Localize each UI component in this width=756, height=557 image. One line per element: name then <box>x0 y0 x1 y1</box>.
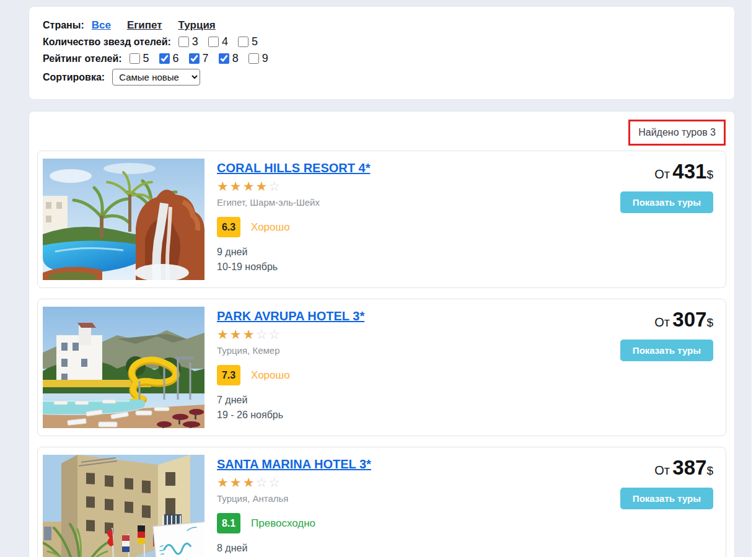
stars-label: Количество звезд отелей: <box>43 37 171 48</box>
hotel-photo-facade[interactable]: SANTAmarina <box>43 455 204 557</box>
sort-row: Сортировка: Самые новые <box>43 69 721 86</box>
price-amount: 387 <box>672 456 706 479</box>
rating-word: Превосходно <box>251 517 315 530</box>
hotel-card: PARK AVRUPA HOTEL 3* ★★★☆☆ Турция, Кемер… <box>37 299 726 436</box>
scrollbar-track[interactable] <box>752 0 756 557</box>
hotel-name-link[interactable]: PARK AVRUPA HOTEL 3* <box>217 309 364 323</box>
rating-5-checkbox[interactable] <box>130 53 140 64</box>
rating-word: Хорошо <box>251 369 290 382</box>
rating-8-checkbox[interactable] <box>219 53 229 64</box>
price-column: От 307$ Показать туры <box>574 307 713 428</box>
hotel-location: Турция, Анталья <box>217 493 561 504</box>
rating-9-checkbox[interactable] <box>248 53 259 64</box>
price-column: От 431$ Показать туры <box>574 159 713 280</box>
price-from-label: От <box>654 167 670 181</box>
page-container: Страны: Все Египет Турция Количество зве… <box>29 6 735 557</box>
rating-6-label: 6 <box>173 52 179 65</box>
tour-duration: 9 дней <box>217 247 561 258</box>
show-tours-button[interactable]: Показать туры <box>620 191 713 213</box>
hotel-info: CORAL HILLS RESORT 4* ★★★★☆ Египет, Шарм… <box>217 159 561 280</box>
price: От 307$ <box>654 308 713 331</box>
countries-label: Страны: <box>43 20 84 31</box>
hotel-info: SANTA MARINA HOTEL 3* ★★★☆☆ Турция, Анта… <box>217 455 561 557</box>
stars-filter-row: Количество звезд отелей: 3 4 5 <box>43 35 721 48</box>
hotel-card: SANTAmarina SANTA MARINA HOTEL 3* ★★★☆☆ … <box>37 447 726 557</box>
price: От 387$ <box>654 456 713 480</box>
found-tours-highlight: Найдено туров 3 <box>628 120 726 146</box>
price-currency: $ <box>706 316 713 329</box>
rating-label: Рейтинг отелей: <box>43 53 122 64</box>
tour-dates: 10-19 ноябрь <box>217 261 561 273</box>
star-3-checkbox[interactable] <box>178 37 189 47</box>
waterslide-image <box>43 307 204 428</box>
guest-rating-row: 7.3 Хорошо <box>217 365 561 385</box>
rating-badge: 7.3 <box>217 365 240 385</box>
rating-filter-8[interactable]: 8 <box>219 52 239 65</box>
country-filter-egypt[interactable]: Египет <box>127 19 162 32</box>
country-links: Все Египет Турция <box>92 19 216 32</box>
rating-7-checkbox[interactable] <box>189 53 200 64</box>
tour-duration: 7 дней <box>217 395 561 406</box>
stars-checkbox-group: 3 4 5 <box>178 35 258 48</box>
hotel-card: CORAL HILLS RESORT 4* ★★★★☆ Египет, Шарм… <box>37 151 726 288</box>
sort-label: Сортировка: <box>43 72 105 83</box>
price-currency: $ <box>706 464 713 477</box>
rating-filter-6[interactable]: 6 <box>159 52 179 65</box>
guest-rating-row: 6.3 Хорошо <box>217 217 561 237</box>
rating-word: Хорошо <box>251 221 290 234</box>
star-rating: ★★★★☆ <box>217 180 561 193</box>
star-3-label: 3 <box>192 35 198 48</box>
show-tours-button[interactable]: Показать туры <box>620 340 713 361</box>
filters-panel: Страны: Все Египет Турция Количество зве… <box>29 6 735 100</box>
star-filter-4[interactable]: 4 <box>208 35 228 48</box>
rating-checkbox-group: 5 6 7 8 9 <box>130 52 268 65</box>
rating-7-label: 7 <box>203 52 209 65</box>
star-4-checkbox[interactable] <box>208 37 219 47</box>
star-rating: ★★★☆☆ <box>217 328 561 341</box>
hotel-photo-pool-resort[interactable] <box>43 159 204 280</box>
hotel-name-link[interactable]: SANTA MARINA HOTEL 3* <box>217 457 371 471</box>
price-currency: $ <box>706 168 713 181</box>
star-filter-3[interactable]: 3 <box>178 35 198 48</box>
price-from-label: От <box>654 315 670 329</box>
rating-filter-row: Рейтинг отелей: 5 6 7 8 <box>43 52 721 65</box>
hotel-info: PARK AVRUPA HOTEL 3* ★★★☆☆ Турция, Кемер… <box>217 307 561 428</box>
rating-6-checkbox[interactable] <box>159 53 170 64</box>
rating-8-label: 8 <box>232 52 239 65</box>
rating-badge: 8.1 <box>217 513 240 533</box>
countries-filter-row: Страны: Все Египет Турция <box>43 19 721 32</box>
price-amount: 307 <box>672 308 706 331</box>
tour-duration: 8 дней <box>217 543 561 554</box>
rating-filter-5[interactable]: 5 <box>130 52 149 65</box>
price-from-label: От <box>654 463 670 477</box>
hotel-location: Турция, Кемер <box>217 345 561 356</box>
rating-badge: 6.3 <box>217 217 240 237</box>
country-filter-all[interactable]: Все <box>92 19 111 32</box>
rating-filter-9[interactable]: 9 <box>248 52 268 65</box>
star-4-label: 4 <box>222 35 228 48</box>
hotel-location: Египет, Шарм-эль-Шейх <box>217 197 561 208</box>
pool-resort-image <box>43 159 204 280</box>
show-tours-button[interactable]: Показать туры <box>620 488 713 509</box>
price-amount: 431 <box>672 160 706 183</box>
guest-rating-row: 8.1 Превосходно <box>217 513 561 533</box>
rating-filter-7[interactable]: 7 <box>189 52 209 65</box>
country-filter-turkey[interactable]: Турция <box>178 19 216 32</box>
found-tours-count: Найдено туров 3 <box>638 127 716 138</box>
hotel-facade-image: SANTAmarina <box>43 455 204 557</box>
rating-5-label: 5 <box>143 52 149 65</box>
rating-9-label: 9 <box>262 52 268 65</box>
star-5-label: 5 <box>252 35 258 48</box>
price: От 431$ <box>654 160 713 183</box>
star-rating: ★★★☆☆ <box>217 476 561 489</box>
star-filter-5[interactable]: 5 <box>238 35 258 48</box>
hotel-name-link[interactable]: CORAL HILLS RESORT 4* <box>217 161 370 175</box>
star-5-checkbox[interactable] <box>238 37 248 47</box>
tour-dates: 19 - 26 ноябрь <box>217 410 561 421</box>
sort-select[interactable]: Самые новые <box>112 69 200 86</box>
results-panel: Найдено туров 3 <box>29 111 735 557</box>
hotel-photo-waterslide[interactable] <box>43 307 204 428</box>
price-column: От 387$ Показать туры <box>574 455 713 557</box>
